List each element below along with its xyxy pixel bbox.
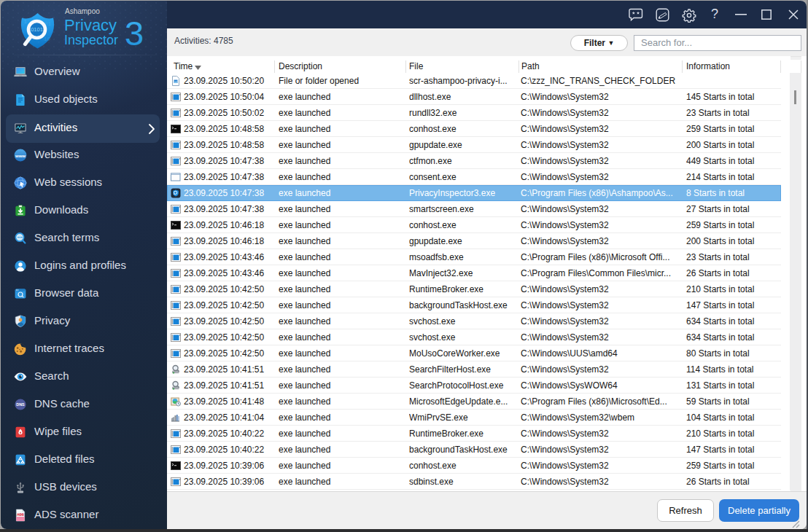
- svg-text:DNS: DNS: [16, 402, 25, 407]
- svg-text:www: www: [15, 154, 26, 158]
